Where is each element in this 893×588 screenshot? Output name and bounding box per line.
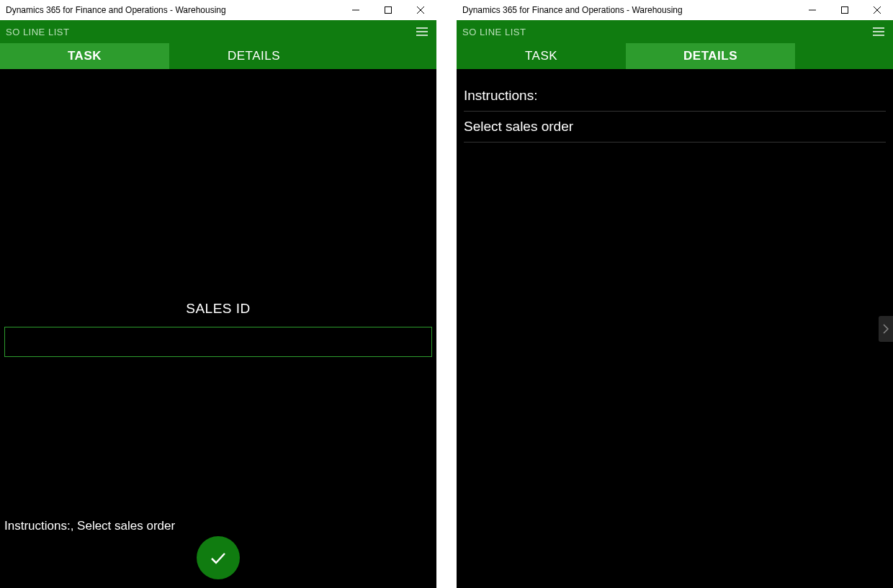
window-controls <box>339 0 436 20</box>
hamburger-icon <box>873 27 884 36</box>
maximize-icon <box>841 6 848 14</box>
menu-button[interactable] <box>413 23 431 40</box>
close-button[interactable] <box>861 0 893 20</box>
maximize-button[interactable] <box>372 0 404 20</box>
tab-details[interactable]: DETAILS <box>626 43 795 69</box>
details-content: Instructions: Select sales order <box>457 69 893 588</box>
minimize-button[interactable] <box>339 0 372 20</box>
svg-rect-1 <box>385 7 391 14</box>
sales-id-input[interactable] <box>4 327 432 357</box>
minimize-icon <box>352 6 359 14</box>
window-title: Dynamics 365 for Finance and Operations … <box>462 5 796 15</box>
maximize-icon <box>385 6 392 14</box>
window-details: Dynamics 365 for Finance and Operations … <box>457 0 893 588</box>
header-top: SO LINE LIST <box>457 20 893 43</box>
check-icon <box>207 547 229 569</box>
maximize-button[interactable] <box>828 0 861 20</box>
task-field-group: SALES ID <box>0 301 436 357</box>
tab-details[interactable]: DETAILS <box>169 43 338 69</box>
titlebar: Dynamics 365 for Finance and Operations … <box>457 0 893 20</box>
screen-title: SO LINE LIST <box>462 27 870 37</box>
sales-id-label: SALES ID <box>186 301 251 317</box>
task-content: SALES ID Instructions:, Select sales ord… <box>0 69 436 588</box>
instructions-text: Instructions:, Select sales order <box>4 519 175 533</box>
tab-task[interactable]: TASK <box>457 43 626 69</box>
tabs: TASK DETAILS <box>0 43 436 69</box>
close-icon <box>417 6 424 14</box>
detail-row: Select sales order <box>464 112 886 143</box>
window-task: Dynamics 365 for Finance and Operations … <box>0 0 436 588</box>
tabs: TASK DETAILS <box>457 43 893 69</box>
app-header: SO LINE LIST TASK DETAILS <box>457 20 893 69</box>
hamburger-icon <box>416 27 428 36</box>
next-page-button[interactable] <box>879 316 893 342</box>
close-icon <box>874 6 881 14</box>
menu-button[interactable] <box>870 23 887 40</box>
svg-rect-8 <box>841 7 848 14</box>
titlebar: Dynamics 365 for Finance and Operations … <box>0 0 436 20</box>
header-top: SO LINE LIST <box>0 20 436 43</box>
details-body: Instructions: Select sales order <box>457 69 893 143</box>
window-controls <box>796 0 893 20</box>
close-button[interactable] <box>404 0 436 20</box>
app-header: SO LINE LIST TASK DETAILS <box>0 20 436 69</box>
chevron-right-icon <box>883 324 889 334</box>
minimize-button[interactable] <box>796 0 828 20</box>
minimize-icon <box>809 6 816 14</box>
tab-task[interactable]: TASK <box>0 43 169 69</box>
window-title: Dynamics 365 for Finance and Operations … <box>6 5 339 15</box>
screen-title: SO LINE LIST <box>6 27 413 37</box>
detail-row: Instructions: <box>464 81 886 112</box>
confirm-button[interactable] <box>197 536 240 579</box>
